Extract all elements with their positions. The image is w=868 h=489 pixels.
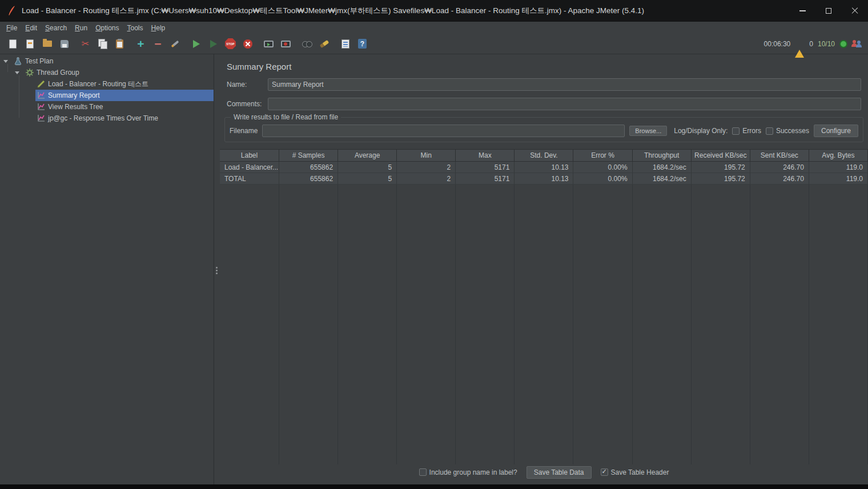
new-file-icon [9,39,17,49]
successes-checkbox-box[interactable] [766,127,773,135]
menu-tools[interactable]: Tools [123,23,147,33]
col-header-avg-bytes[interactable]: Avg. Bytes [809,149,868,162]
clear-button[interactable] [317,37,331,51]
name-input[interactable] [268,78,861,91]
search-button[interactable] [300,37,314,51]
tree-item-label: Thread Group [37,69,79,77]
menu-options[interactable]: Options [91,23,123,33]
save-button[interactable] [57,37,71,51]
menu-search[interactable]: Search [41,23,71,33]
errors-checkbox[interactable]: Errors [732,127,761,135]
tree-item-summary-report[interactable]: Summary Report [0,90,214,101]
include-group-name-checkbox[interactable]: Include group name in label? [419,468,517,476]
col-header-samples[interactable]: # Samples [279,149,338,162]
save-table-header-checkbox[interactable]: Save Table Header [601,468,669,476]
clear-all-button[interactable] [338,37,352,51]
summary-table: Label # Samples Average Min Max Std. Dev… [220,149,868,464]
tree-item-load-balancer-sampler[interactable]: Load - Balancer - Routing 테스트 [0,78,214,90]
cell-received-kb: 195.72 [692,162,750,173]
cut-icon [82,39,89,49]
col-header-std-dev[interactable]: Std. Dev. [515,149,573,162]
menu-file[interactable]: File [2,23,21,33]
clear-all-icon [341,39,349,49]
paste-icon [116,39,123,49]
expand-arrow-icon[interactable] [15,71,24,74]
templates-button[interactable] [23,37,37,51]
menu-run[interactable]: Run [71,23,91,33]
minimize-button[interactable] [789,0,815,22]
tree-item-label: jp@gc - Response Times Over Time [48,114,158,122]
comments-input[interactable] [268,98,861,110]
help-button[interactable] [355,37,369,51]
templates-icon [26,39,34,49]
col-header-throughput[interactable]: Throughput [633,149,692,162]
errors-checkbox-label: Errors [742,127,761,135]
col-header-label[interactable]: Label [220,149,279,162]
remote-start-all-button[interactable] [262,37,276,51]
start-no-pauses-button[interactable] [206,37,220,51]
toggle-element-button[interactable] [168,37,182,51]
filename-input[interactable] [262,125,625,137]
save-table-data-button[interactable]: Save Table Data [527,466,592,479]
copy-button[interactable] [95,37,110,51]
start-icon [193,40,200,48]
open-file-button[interactable] [40,37,54,51]
configure-button[interactable]: Configure [814,125,858,137]
remote-shutdown-all-button[interactable] [279,37,293,51]
cell-min: 2 [397,162,456,173]
col-header-min[interactable]: Min [397,149,456,162]
menu-help[interactable]: Help [147,23,170,33]
comments-label: Comments: [227,100,268,108]
users-icon [852,39,862,48]
cell-average: 5 [338,162,397,173]
menu-edit[interactable]: Edit [21,23,41,33]
remove-element-button[interactable] [151,37,165,51]
cut-button[interactable] [78,37,93,51]
tree-item-test-plan[interactable]: Test Plan [0,55,214,67]
col-header-received-kb[interactable]: Received KB/sec [692,149,750,162]
add-element-button[interactable] [134,37,148,51]
listener-chart-icon [37,103,45,111]
summary-report-panel: Summary Report Name: Comments: Write res… [220,54,868,484]
table-row-load-balancer[interactable]: Load - Balancer... 655862 5 2 5171 10.13… [220,162,868,173]
tree-item-label: Test Plan [25,57,53,65]
cell-samples: 655862 [279,173,338,185]
cell-label: TOTAL [220,173,279,185]
splitter-handle-icon [216,267,218,268]
close-button[interactable] [842,0,868,22]
maximize-button[interactable] [815,0,842,22]
tree-item-view-results-tree[interactable]: View Results Tree [0,101,214,113]
summary-table-header: Label # Samples Average Min Max Std. Dev… [220,149,868,162]
include-group-name-checkbox-box[interactable] [419,468,427,476]
listener-chart-icon [37,91,45,100]
browse-button[interactable]: Browse... [629,126,667,136]
col-header-average[interactable]: Average [338,149,397,162]
filename-label: Filename [230,127,258,135]
save-table-header-checkbox-box[interactable] [601,468,608,476]
tree-item-label: Summary Report [48,91,100,99]
name-label: Name: [227,81,268,89]
tree-item-response-times-over-time[interactable]: jp@gc - Response Times Over Time [0,113,214,124]
col-header-error-pct[interactable]: Error % [573,149,632,162]
write-results-section-title: Write results to file / Read from file [231,113,341,121]
expand-arrow-icon[interactable] [3,60,13,63]
cell-sent-kb: 246.70 [750,162,809,173]
col-header-max[interactable]: Max [456,149,515,162]
shutdown-button[interactable] [240,37,255,51]
table-row-total[interactable]: TOTAL 655862 5 2 5171 10.13 0.00% 1684.2… [220,173,868,185]
errors-checkbox-box[interactable] [732,127,740,135]
warning-icon[interactable] [795,40,805,48]
paste-button[interactable] [112,37,127,51]
start-button[interactable] [189,37,203,51]
new-file-button[interactable] [6,37,20,51]
cell-label: Load - Balancer... [220,162,279,173]
col-header-sent-kb[interactable]: Sent KB/sec [750,149,809,162]
tree-item-label: View Results Tree [48,103,103,111]
jmeter-logo-icon [7,5,16,17]
tree-item-thread-group[interactable]: Thread Group [0,67,214,78]
panel-splitter[interactable] [214,54,220,484]
save-icon [61,40,69,48]
cell-avg-bytes: 119.0 [809,162,868,173]
stop-button[interactable] [223,37,238,51]
successes-checkbox[interactable]: Successes [766,127,809,135]
